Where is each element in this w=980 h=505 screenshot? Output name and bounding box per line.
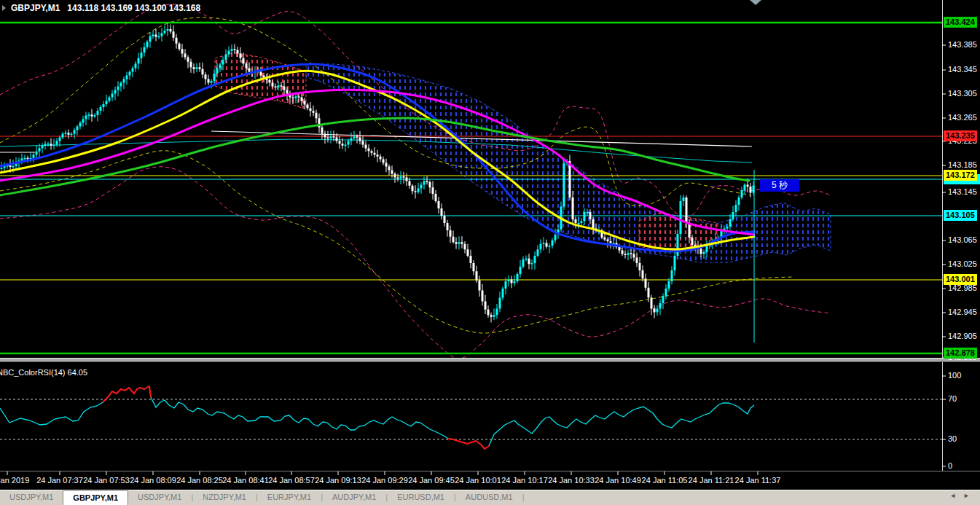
chart-title: GBPJPY,M1143.118 143.169 143.100 143.168 [11, 3, 200, 13]
time-axis-label: 24 Jan 10:33 [548, 476, 595, 485]
chart-menu-arrow-icon[interactable] [2, 5, 6, 11]
autoscroll-marker-icon[interactable] [750, 0, 761, 5]
tab-scrollers: ◄► [949, 492, 977, 499]
symbol-tab-eurjpy-m1[interactable]: EURJPY,M1 [258, 490, 321, 505]
price-tick-label: 142.905 [948, 332, 977, 341]
tab-scroll-left-button[interactable]: ◄ [949, 492, 963, 499]
time-axis-label: 24 Jan 11:05 [642, 476, 688, 485]
price-tick-label: 143.145 [948, 187, 977, 197]
price-tick-label: 143.265 [948, 113, 977, 122]
time-axis-label: 24 Jan 07:37 [36, 476, 83, 485]
symbol-tab-usdjpy-m1[interactable]: USDJPY,M1 [0, 490, 63, 505]
time-axis-label: 24 Jan 08:57 [268, 476, 315, 485]
chart-area[interactable] [0, 0, 980, 505]
rsi-tick-label: 70 [948, 394, 957, 404]
trading-terminal-window: GBPJPY,M1143.118 143.169 143.100 143.168… [0, 0, 980, 505]
time-axis-label: 24 Jan 07:53 [83, 476, 130, 485]
price-tick-label: 143.385 [948, 40, 977, 50]
symbol-tab-nzdjpy-m1[interactable]: NZDJPY,M1 [193, 490, 256, 505]
price-tick-label: 143.025 [948, 259, 977, 269]
price-level-badge: 143.001 [944, 274, 977, 285]
time-axis-label: 24 Jan 10:17 [501, 476, 548, 485]
time-axis-label: 24 Jan 09:45 [408, 476, 455, 485]
time-axis-label: 24 Jan 09:13 [315, 476, 361, 485]
symbol-tab-audjpy-m1[interactable]: AUDJPY,M1 [323, 490, 385, 505]
pane-separator-handle[interactable] [0, 358, 980, 362]
tab-separator: | [522, 490, 525, 505]
time-axis-label: 24 Jan 08:25 [176, 476, 223, 485]
symbol-tab-gbpjpy-m1[interactable]: GBPJPY,M1 [63, 490, 128, 505]
price-level-badge: 143.105 [944, 210, 977, 221]
price-level-badge: 143.424 [944, 17, 977, 28]
time-axis-label: 24 Jan 08:09 [130, 476, 176, 485]
price-tick-label: 142.945 [948, 308, 977, 317]
symbol-tab-bar: USDJPY,M1GBPJPY,M1USDJPY,M1|NZDJPY,M1|EU… [0, 490, 980, 505]
time-axis-label: 24 Jan 10:01 [455, 476, 501, 485]
rsi-tick-label: 30 [948, 434, 957, 444]
time-axis-label: 24 Jan 08:41 [222, 476, 269, 485]
time-axis-label: 24 Jan 09:29 [361, 476, 408, 485]
price-tick-label: 143.185 [948, 160, 977, 170]
symbol-tab-audusd-m1[interactable]: AUDUSD,M1 [456, 490, 522, 505]
price-level-badge: 143.172 [944, 170, 977, 181]
symbol-tab-usdjpy-m1[interactable]: USDJPY,M1 [128, 490, 191, 505]
rsi-indicator-label: NBC_ColorRSI(14) 64.05 [0, 368, 87, 377]
price-tick-label: 143.345 [948, 65, 977, 74]
price-tick-label: 143.305 [948, 89, 977, 98]
price-level-badge: 142.878 [944, 348, 977, 359]
ohlc-quote-label: 143.118 143.169 143.100 143.168 [67, 3, 200, 13]
symbol-tab-eurusd-m1[interactable]: EURUSD,M1 [388, 490, 454, 505]
countdown-badge: 5 秒 [760, 179, 799, 192]
tab-scroll-right-button[interactable]: ► [963, 492, 977, 499]
symbol-period-label: GBPJPY,M1 [11, 3, 60, 13]
price-level-badge: 143.235 [944, 130, 977, 141]
time-axis-label: 24 Jan 11:37 [735, 476, 781, 485]
rsi-tick-label: 0 [948, 461, 952, 471]
time-axis-label: 24 Jan 10:49 [595, 476, 641, 485]
time-axis-label: 24 Jan 2019 [0, 476, 29, 485]
time-axis-label: 24 Jan 11:21 [689, 476, 734, 485]
price-tick-label: 143.065 [948, 235, 977, 245]
rsi-tick-label: 100 [948, 371, 961, 380]
